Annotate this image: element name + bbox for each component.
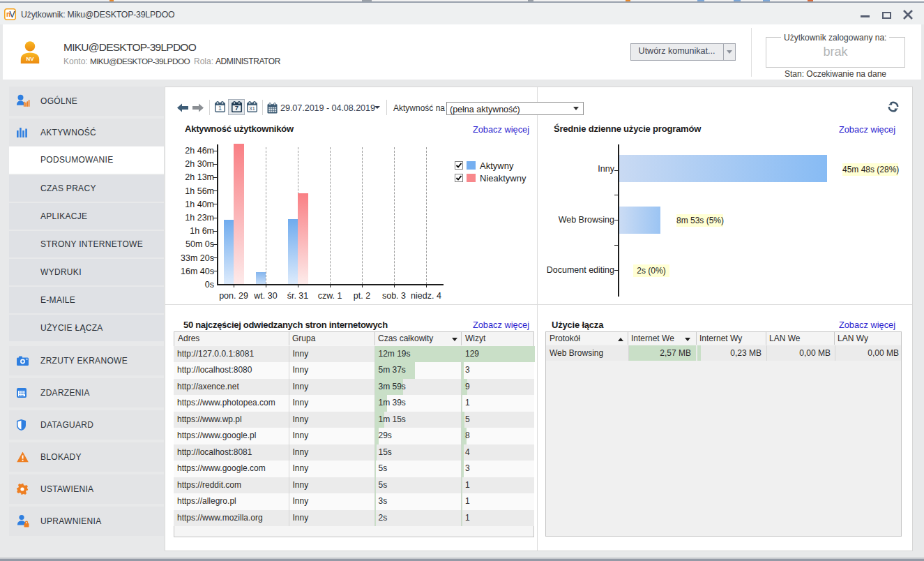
- svg-text:31: 31: [249, 105, 255, 112]
- svg-text:V: V: [10, 10, 15, 20]
- svg-text:NV: NV: [26, 56, 34, 62]
- svg-text:1: 1: [218, 105, 222, 112]
- svg-text:7: 7: [235, 104, 238, 112]
